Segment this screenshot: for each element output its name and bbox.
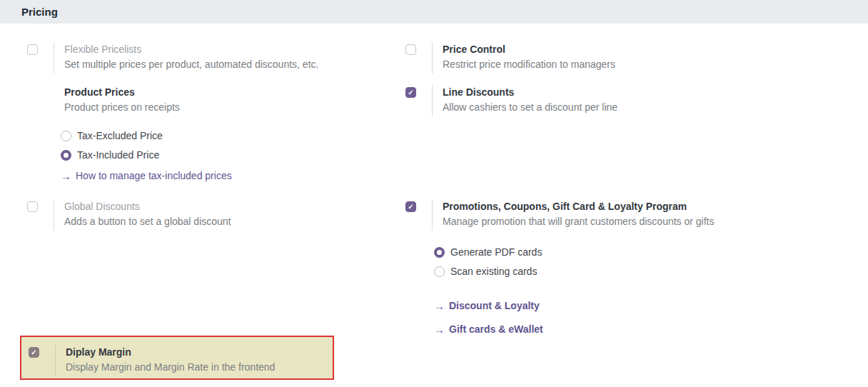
arrow-icon: →: [61, 170, 71, 182]
price-control-label[interactable]: Price Control: [443, 42, 615, 57]
display-margin-label[interactable]: Diplay Margin: [66, 345, 275, 360]
line-discounts-label[interactable]: Line Discounts: [443, 85, 617, 100]
radio-option-scan-existing-cards[interactable]: Scan existing cards: [434, 266, 715, 277]
section-title: Pricing: [21, 6, 58, 18]
generate-pdf-cards-radio[interactable]: [434, 247, 445, 258]
price-control-desc: Restrict price modification to managers: [443, 57, 615, 72]
settings-page: Pricing Flexible Pricelists Set multiple…: [0, 0, 868, 387]
flexible-pricelists-label[interactable]: Flexible Pricelists: [64, 42, 318, 57]
global-discounts-checkbox[interactable]: [27, 201, 38, 212]
line-discounts-checkbox[interactable]: ✓: [405, 87, 416, 98]
scan-existing-cards-label[interactable]: Scan existing cards: [450, 266, 537, 277]
flexible-pricelists-desc: Set multiple prices per product, automat…: [64, 57, 318, 72]
discount-loyalty-link[interactable]: → Discount & Loyalty: [434, 299, 715, 313]
scan-existing-cards-radio[interactable]: [434, 266, 445, 277]
radio-option-tax-excluded[interactable]: Tax-Excluded Price: [61, 131, 232, 141]
flexible-pricelists-checkbox[interactable]: [27, 44, 38, 55]
generate-pdf-cards-label[interactable]: Generate PDF cards: [450, 247, 542, 258]
tax-excluded-radio[interactable]: [61, 131, 71, 141]
promotions-desc: Manage promotion that will grant custome…: [443, 214, 715, 229]
gift-cards-ewallet-link[interactable]: → Gift cards & eWallet: [434, 323, 715, 336]
tax-included-radio[interactable]: [61, 150, 71, 161]
radio-option-generate-pdf-cards[interactable]: Generate PDF cards: [434, 247, 715, 258]
setting-global-discounts: Global Discounts Adds a button to set a …: [27, 199, 231, 231]
global-discounts-label[interactable]: Global Discounts: [64, 199, 231, 214]
tax-included-prices-link[interactable]: → How to manage tax-included prices: [61, 169, 232, 183]
display-margin-desc: Display Margin and Margin Rate in the fr…: [66, 360, 275, 375]
setting-line-discounts: ✓ Line Discounts Allow cashiers to set a…: [405, 85, 617, 116]
arrow-icon: →: [434, 300, 445, 312]
price-control-checkbox[interactable]: [405, 44, 416, 55]
line-discounts-desc: Allow cashiers to set a discount per lin…: [443, 100, 617, 115]
radio-option-tax-included[interactable]: Tax-Included Price: [61, 150, 232, 161]
promotions-label[interactable]: Promotions, Coupons, Gift Card & Loyalty…: [443, 199, 715, 214]
product-prices-group: Product Prices Product prices on receipt…: [64, 85, 232, 183]
promotions-checkbox[interactable]: ✓: [405, 201, 416, 212]
display-margin-checkbox[interactable]: ✓: [29, 347, 39, 358]
tax-excluded-label[interactable]: Tax-Excluded Price: [77, 131, 163, 141]
arrow-icon: →: [434, 323, 445, 336]
product-prices-desc: Product prices on receipts: [64, 100, 232, 115]
setting-promotions: ✓ Promotions, Coupons, Gift Card & Loyal…: [405, 199, 715, 346]
setting-display-margin-highlighted: ✓ Diplay Margin Display Margin and Margi…: [20, 336, 334, 380]
global-discounts-desc: Adds a button to set a global discount: [64, 214, 231, 229]
setting-price-control: Price Control Restrict price modificatio…: [405, 42, 615, 74]
section-header-pricing: Pricing: [0, 0, 868, 24]
product-prices-label: Product Prices: [64, 85, 232, 100]
setting-flexible-pricelists: Flexible Pricelists Set multiple prices …: [27, 42, 318, 74]
tax-included-label[interactable]: Tax-Included Price: [77, 150, 159, 161]
